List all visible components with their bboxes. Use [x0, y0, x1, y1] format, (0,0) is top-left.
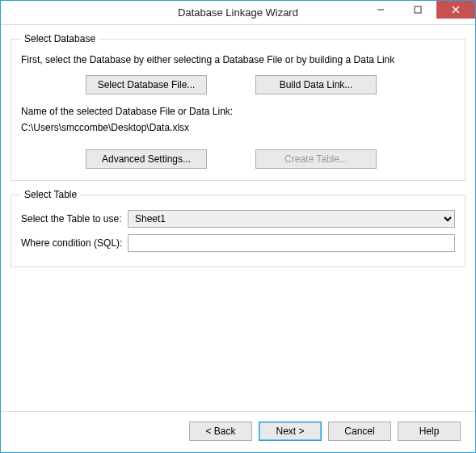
table-select[interactable]: Sheet1 [128, 210, 455, 228]
select-database-legend: Select Database [21, 33, 99, 44]
spacer [11, 275, 465, 411]
window-controls [362, 1, 475, 19]
advanced-settings-button[interactable]: Advanced Settings... [86, 149, 207, 169]
close-button[interactable] [436, 1, 475, 19]
table-select-label: Select the Table to use: [21, 213, 128, 224]
minimize-button[interactable] [362, 1, 399, 19]
where-condition-row: Where condition (SQL): [21, 234, 455, 252]
where-condition-input[interactable] [128, 234, 455, 252]
wizard-footer: < Back Next > Cancel Help [11, 418, 465, 449]
select-database-file-button[interactable]: Select Database File... [86, 75, 207, 94]
window: Database Linkage Wizard Select Database … [0, 0, 476, 453]
database-path-value: C:\Users\smccombe\Desktop\Data.xlsx [21, 122, 455, 133]
svg-rect-1 [415, 6, 421, 13]
back-button[interactable]: < Back [189, 422, 252, 441]
database-instruction: First, select the Database by either sel… [21, 54, 455, 65]
titlebar: Database Linkage Wizard [1, 1, 475, 25]
client-area: Select Database First, select the Databa… [1, 25, 475, 452]
close-icon [452, 6, 460, 14]
footer-separator [1, 411, 475, 412]
create-table-button: Create Table... [255, 149, 377, 169]
next-button[interactable]: Next > [259, 422, 322, 441]
select-database-group: Select Database First, select the Databa… [11, 33, 465, 181]
cancel-button[interactable]: Cancel [328, 422, 391, 441]
table-select-row: Select the Table to use: Sheet1 [21, 210, 455, 228]
maximize-icon [414, 6, 422, 14]
database-button-row: Select Database File... Build Data Link.… [21, 75, 455, 94]
minimize-icon [377, 6, 385, 14]
where-condition-label: Where condition (SQL): [21, 237, 128, 249]
select-table-legend: Select Table [21, 189, 80, 200]
database-button-row-2: Advanced Settings... Create Table... [21, 149, 455, 169]
select-table-group: Select Table Select the Table to use: Sh… [11, 189, 465, 267]
maximize-button[interactable] [399, 1, 436, 19]
help-button[interactable]: Help [398, 422, 461, 441]
database-name-label: Name of the selected Database File or Da… [21, 106, 455, 117]
build-data-link-button[interactable]: Build Data Link... [255, 75, 377, 94]
